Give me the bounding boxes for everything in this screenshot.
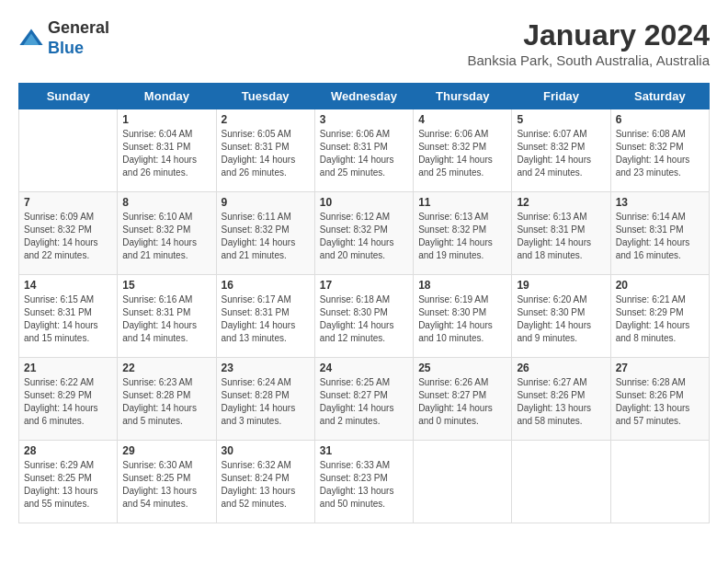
day-cell: 8Sunrise: 6:10 AM Sunset: 8:32 PM Daylig… bbox=[118, 192, 216, 275]
day-info: Sunrise: 6:06 AM Sunset: 8:31 PM Dayligh… bbox=[320, 128, 408, 179]
day-header-wednesday: Wednesday bbox=[314, 84, 413, 109]
day-number: 11 bbox=[418, 196, 506, 209]
day-info: Sunrise: 6:04 AM Sunset: 8:31 PM Dayligh… bbox=[122, 128, 210, 179]
day-cell: 19Sunrise: 6:20 AM Sunset: 8:30 PM Dayli… bbox=[512, 275, 610, 358]
day-number: 13 bbox=[616, 196, 704, 209]
week-row-4: 21Sunrise: 6:22 AM Sunset: 8:29 PM Dayli… bbox=[19, 358, 710, 441]
day-number: 29 bbox=[122, 444, 210, 457]
page-container: General Blue January 2024 Banksia Park, … bbox=[18, 18, 710, 523]
day-cell: 16Sunrise: 6:17 AM Sunset: 8:31 PM Dayli… bbox=[216, 275, 314, 358]
day-cell: 10Sunrise: 6:12 AM Sunset: 8:32 PM Dayli… bbox=[314, 192, 413, 275]
week-row-2: 7Sunrise: 6:09 AM Sunset: 8:32 PM Daylig… bbox=[19, 192, 710, 275]
day-info: Sunrise: 6:11 AM Sunset: 8:32 PM Dayligh… bbox=[222, 211, 310, 262]
day-info: Sunrise: 6:13 AM Sunset: 8:32 PM Dayligh… bbox=[418, 211, 506, 262]
day-cell: 26Sunrise: 6:27 AM Sunset: 8:26 PM Dayli… bbox=[512, 358, 610, 441]
day-number: 14 bbox=[24, 279, 112, 292]
day-cell: 29Sunrise: 6:30 AM Sunset: 8:25 PM Dayli… bbox=[118, 441, 216, 523]
day-info: Sunrise: 6:23 AM Sunset: 8:28 PM Dayligh… bbox=[122, 376, 210, 428]
day-cell: 15Sunrise: 6:16 AM Sunset: 8:31 PM Dayli… bbox=[118, 275, 216, 358]
day-header-saturday: Saturday bbox=[610, 84, 709, 109]
day-info: Sunrise: 6:12 AM Sunset: 8:32 PM Dayligh… bbox=[320, 211, 408, 262]
day-number: 21 bbox=[24, 362, 112, 374]
day-info: Sunrise: 6:09 AM Sunset: 8:32 PM Dayligh… bbox=[24, 211, 112, 262]
day-number: 1 bbox=[122, 113, 210, 126]
day-info: Sunrise: 6:15 AM Sunset: 8:31 PM Dayligh… bbox=[24, 293, 112, 345]
week-row-5: 28Sunrise: 6:29 AM Sunset: 8:25 PM Dayli… bbox=[19, 441, 710, 523]
day-number: 23 bbox=[222, 362, 310, 374]
day-info: Sunrise: 6:30 AM Sunset: 8:25 PM Dayligh… bbox=[122, 459, 210, 511]
day-cell: 4Sunrise: 6:06 AM Sunset: 8:32 PM Daylig… bbox=[414, 109, 512, 192]
day-number: 3 bbox=[320, 113, 408, 126]
day-info: Sunrise: 6:24 AM Sunset: 8:28 PM Dayligh… bbox=[222, 376, 310, 428]
day-number: 31 bbox=[320, 444, 408, 457]
day-cell: 11Sunrise: 6:13 AM Sunset: 8:32 PM Dayli… bbox=[414, 192, 512, 275]
header-row: SundayMondayTuesdayWednesdayThursdayFrid… bbox=[19, 84, 710, 109]
day-number: 15 bbox=[122, 279, 210, 292]
day-number: 24 bbox=[320, 362, 408, 374]
day-cell: 5Sunrise: 6:07 AM Sunset: 8:32 PM Daylig… bbox=[512, 109, 610, 192]
day-header-thursday: Thursday bbox=[414, 84, 512, 109]
day-number: 2 bbox=[222, 113, 310, 126]
day-number: 22 bbox=[122, 362, 210, 374]
day-cell: 28Sunrise: 6:29 AM Sunset: 8:25 PM Dayli… bbox=[19, 441, 118, 523]
location: Banksia Park, South Australia, Australia bbox=[468, 52, 710, 68]
month-title: January 2024 bbox=[468, 18, 710, 52]
day-header-friday: Friday bbox=[512, 84, 610, 109]
logo: General Blue bbox=[18, 18, 109, 58]
day-header-monday: Monday bbox=[118, 84, 216, 109]
day-info: Sunrise: 6:22 AM Sunset: 8:29 PM Dayligh… bbox=[24, 376, 112, 428]
day-header-sunday: Sunday bbox=[19, 84, 118, 109]
day-info: Sunrise: 6:27 AM Sunset: 8:26 PM Dayligh… bbox=[517, 376, 605, 428]
day-cell bbox=[512, 441, 610, 523]
day-number: 20 bbox=[616, 279, 704, 292]
day-cell: 31Sunrise: 6:33 AM Sunset: 8:23 PM Dayli… bbox=[314, 441, 413, 523]
day-info: Sunrise: 6:10 AM Sunset: 8:32 PM Dayligh… bbox=[122, 211, 210, 262]
day-cell: 7Sunrise: 6:09 AM Sunset: 8:32 PM Daylig… bbox=[19, 192, 118, 275]
day-cell: 24Sunrise: 6:25 AM Sunset: 8:27 PM Dayli… bbox=[314, 358, 413, 441]
day-info: Sunrise: 6:28 AM Sunset: 8:26 PM Dayligh… bbox=[616, 376, 704, 428]
day-cell: 18Sunrise: 6:19 AM Sunset: 8:30 PM Dayli… bbox=[414, 275, 512, 358]
day-number: 10 bbox=[320, 196, 408, 209]
day-header-tuesday: Tuesday bbox=[216, 84, 314, 109]
day-info: Sunrise: 6:33 AM Sunset: 8:23 PM Dayligh… bbox=[320, 459, 408, 511]
day-info: Sunrise: 6:16 AM Sunset: 8:31 PM Dayligh… bbox=[122, 293, 210, 345]
day-cell: 25Sunrise: 6:26 AM Sunset: 8:27 PM Dayli… bbox=[414, 358, 512, 441]
day-number: 6 bbox=[616, 113, 704, 126]
day-cell: 20Sunrise: 6:21 AM Sunset: 8:29 PM Dayli… bbox=[610, 275, 709, 358]
day-info: Sunrise: 6:13 AM Sunset: 8:31 PM Dayligh… bbox=[517, 211, 605, 262]
day-cell: 3Sunrise: 6:06 AM Sunset: 8:31 PM Daylig… bbox=[314, 109, 413, 192]
day-cell: 2Sunrise: 6:05 AM Sunset: 8:31 PM Daylig… bbox=[216, 109, 314, 192]
day-cell: 23Sunrise: 6:24 AM Sunset: 8:28 PM Dayli… bbox=[216, 358, 314, 441]
day-number: 4 bbox=[418, 113, 506, 126]
day-cell: 14Sunrise: 6:15 AM Sunset: 8:31 PM Dayli… bbox=[19, 275, 118, 358]
day-info: Sunrise: 6:08 AM Sunset: 8:32 PM Dayligh… bbox=[616, 128, 704, 179]
week-row-3: 14Sunrise: 6:15 AM Sunset: 8:31 PM Dayli… bbox=[19, 275, 710, 358]
day-info: Sunrise: 6:18 AM Sunset: 8:30 PM Dayligh… bbox=[320, 293, 408, 345]
day-info: Sunrise: 6:25 AM Sunset: 8:27 PM Dayligh… bbox=[320, 376, 408, 428]
day-number: 17 bbox=[320, 279, 408, 292]
day-cell: 30Sunrise: 6:32 AM Sunset: 8:24 PM Dayli… bbox=[216, 441, 314, 523]
day-number: 19 bbox=[517, 279, 605, 292]
calendar-table: SundayMondayTuesdayWednesdayThursdayFrid… bbox=[18, 83, 710, 523]
day-cell: 1Sunrise: 6:04 AM Sunset: 8:31 PM Daylig… bbox=[118, 109, 216, 192]
day-number: 8 bbox=[122, 196, 210, 209]
day-number: 7 bbox=[24, 196, 112, 209]
day-info: Sunrise: 6:05 AM Sunset: 8:31 PM Dayligh… bbox=[222, 128, 310, 179]
day-cell: 27Sunrise: 6:28 AM Sunset: 8:26 PM Dayli… bbox=[610, 358, 709, 441]
day-info: Sunrise: 6:06 AM Sunset: 8:32 PM Dayligh… bbox=[418, 128, 506, 179]
day-number: 12 bbox=[517, 196, 605, 209]
day-info: Sunrise: 6:21 AM Sunset: 8:29 PM Dayligh… bbox=[616, 293, 704, 345]
day-cell: 6Sunrise: 6:08 AM Sunset: 8:32 PM Daylig… bbox=[610, 109, 709, 192]
day-info: Sunrise: 6:14 AM Sunset: 8:31 PM Dayligh… bbox=[616, 211, 704, 262]
day-number: 9 bbox=[222, 196, 310, 209]
day-number: 28 bbox=[24, 444, 112, 457]
day-number: 16 bbox=[222, 279, 310, 292]
day-cell: 17Sunrise: 6:18 AM Sunset: 8:30 PM Dayli… bbox=[314, 275, 413, 358]
day-info: Sunrise: 6:26 AM Sunset: 8:27 PM Dayligh… bbox=[418, 376, 506, 428]
page-header: General Blue January 2024 Banksia Park, … bbox=[18, 18, 710, 68]
week-row-1: 1Sunrise: 6:04 AM Sunset: 8:31 PM Daylig… bbox=[19, 109, 710, 192]
day-number: 30 bbox=[222, 444, 310, 457]
day-info: Sunrise: 6:32 AM Sunset: 8:24 PM Dayligh… bbox=[222, 459, 310, 511]
day-cell bbox=[19, 109, 118, 192]
day-number: 5 bbox=[517, 113, 605, 126]
